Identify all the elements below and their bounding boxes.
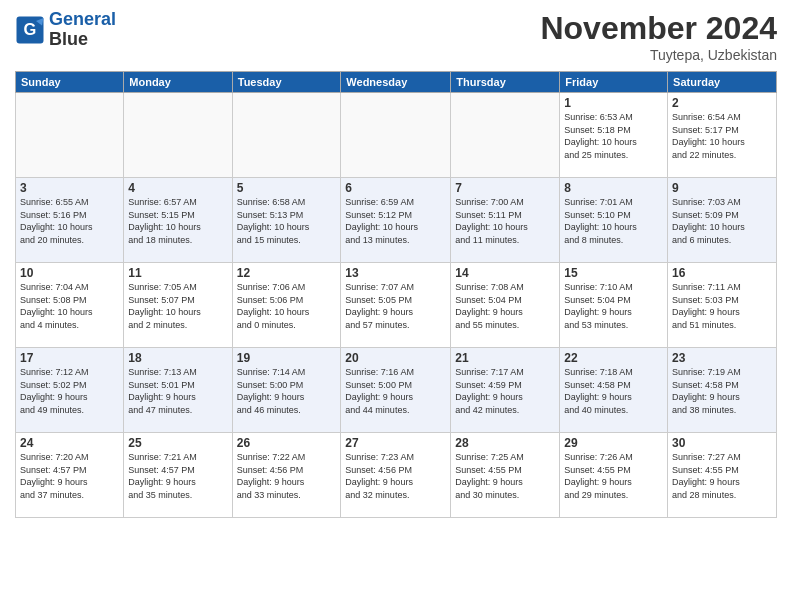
calendar-cell: 10Sunrise: 7:04 AM Sunset: 5:08 PM Dayli… [16,263,124,348]
day-number: 4 [128,181,227,195]
header: G General Blue November 2024 Tuytepa, Uz… [15,10,777,63]
day-info: Sunrise: 7:13 AM Sunset: 5:01 PM Dayligh… [128,366,227,416]
day-info: Sunrise: 7:18 AM Sunset: 4:58 PM Dayligh… [564,366,663,416]
day-info: Sunrise: 7:10 AM Sunset: 5:04 PM Dayligh… [564,281,663,331]
calendar-cell: 15Sunrise: 7:10 AM Sunset: 5:04 PM Dayli… [560,263,668,348]
svg-text:G: G [24,19,37,37]
calendar-table: SundayMondayTuesdayWednesdayThursdayFrid… [15,71,777,518]
day-number: 14 [455,266,555,280]
calendar-week-row: 24Sunrise: 7:20 AM Sunset: 4:57 PM Dayli… [16,433,777,518]
day-info: Sunrise: 7:20 AM Sunset: 4:57 PM Dayligh… [20,451,119,501]
calendar-cell: 30Sunrise: 7:27 AM Sunset: 4:55 PM Dayli… [668,433,777,518]
day-info: Sunrise: 7:21 AM Sunset: 4:57 PM Dayligh… [128,451,227,501]
weekday-header: Thursday [451,72,560,93]
day-info: Sunrise: 6:53 AM Sunset: 5:18 PM Dayligh… [564,111,663,161]
day-number: 20 [345,351,446,365]
page: G General Blue November 2024 Tuytepa, Uz… [0,0,792,612]
calendar-cell: 28Sunrise: 7:25 AM Sunset: 4:55 PM Dayli… [451,433,560,518]
calendar-cell [124,93,232,178]
calendar-cell: 7Sunrise: 7:00 AM Sunset: 5:11 PM Daylig… [451,178,560,263]
day-number: 13 [345,266,446,280]
weekday-header: Monday [124,72,232,93]
location: Tuytepa, Uzbekistan [540,47,777,63]
calendar-cell [232,93,341,178]
day-info: Sunrise: 6:54 AM Sunset: 5:17 PM Dayligh… [672,111,772,161]
day-info: Sunrise: 7:26 AM Sunset: 4:55 PM Dayligh… [564,451,663,501]
day-info: Sunrise: 7:07 AM Sunset: 5:05 PM Dayligh… [345,281,446,331]
logo-text: General Blue [49,10,116,50]
day-number: 25 [128,436,227,450]
calendar-cell: 13Sunrise: 7:07 AM Sunset: 5:05 PM Dayli… [341,263,451,348]
day-number: 12 [237,266,337,280]
calendar-cell: 3Sunrise: 6:55 AM Sunset: 5:16 PM Daylig… [16,178,124,263]
day-info: Sunrise: 7:19 AM Sunset: 4:58 PM Dayligh… [672,366,772,416]
day-number: 15 [564,266,663,280]
calendar-cell: 2Sunrise: 6:54 AM Sunset: 5:17 PM Daylig… [668,93,777,178]
day-number: 11 [128,266,227,280]
day-info: Sunrise: 6:58 AM Sunset: 5:13 PM Dayligh… [237,196,337,246]
calendar-cell: 5Sunrise: 6:58 AM Sunset: 5:13 PM Daylig… [232,178,341,263]
calendar-cell: 19Sunrise: 7:14 AM Sunset: 5:00 PM Dayli… [232,348,341,433]
calendar-cell: 9Sunrise: 7:03 AM Sunset: 5:09 PM Daylig… [668,178,777,263]
title-block: November 2024 Tuytepa, Uzbekistan [540,10,777,63]
day-info: Sunrise: 6:55 AM Sunset: 5:16 PM Dayligh… [20,196,119,246]
day-number: 27 [345,436,446,450]
day-info: Sunrise: 7:00 AM Sunset: 5:11 PM Dayligh… [455,196,555,246]
logo-icon: G [15,15,45,45]
weekday-header: Saturday [668,72,777,93]
day-info: Sunrise: 7:16 AM Sunset: 5:00 PM Dayligh… [345,366,446,416]
calendar-cell: 26Sunrise: 7:22 AM Sunset: 4:56 PM Dayli… [232,433,341,518]
day-number: 16 [672,266,772,280]
day-number: 19 [237,351,337,365]
day-info: Sunrise: 7:27 AM Sunset: 4:55 PM Dayligh… [672,451,772,501]
weekday-header-row: SundayMondayTuesdayWednesdayThursdayFrid… [16,72,777,93]
day-info: Sunrise: 7:17 AM Sunset: 4:59 PM Dayligh… [455,366,555,416]
day-number: 23 [672,351,772,365]
day-info: Sunrise: 7:23 AM Sunset: 4:56 PM Dayligh… [345,451,446,501]
day-number: 21 [455,351,555,365]
calendar-cell: 20Sunrise: 7:16 AM Sunset: 5:00 PM Dayli… [341,348,451,433]
day-number: 1 [564,96,663,110]
calendar-week-row: 1Sunrise: 6:53 AM Sunset: 5:18 PM Daylig… [16,93,777,178]
day-info: Sunrise: 7:06 AM Sunset: 5:06 PM Dayligh… [237,281,337,331]
day-number: 3 [20,181,119,195]
day-info: Sunrise: 7:05 AM Sunset: 5:07 PM Dayligh… [128,281,227,331]
day-number: 30 [672,436,772,450]
day-number: 5 [237,181,337,195]
calendar-cell [16,93,124,178]
day-number: 6 [345,181,446,195]
day-info: Sunrise: 7:03 AM Sunset: 5:09 PM Dayligh… [672,196,772,246]
calendar-cell [451,93,560,178]
day-number: 10 [20,266,119,280]
calendar-cell [341,93,451,178]
day-info: Sunrise: 6:59 AM Sunset: 5:12 PM Dayligh… [345,196,446,246]
day-number: 2 [672,96,772,110]
day-info: Sunrise: 7:11 AM Sunset: 5:03 PM Dayligh… [672,281,772,331]
weekday-header: Wednesday [341,72,451,93]
day-number: 22 [564,351,663,365]
calendar-cell: 27Sunrise: 7:23 AM Sunset: 4:56 PM Dayli… [341,433,451,518]
calendar-cell: 17Sunrise: 7:12 AM Sunset: 5:02 PM Dayli… [16,348,124,433]
calendar-week-row: 17Sunrise: 7:12 AM Sunset: 5:02 PM Dayli… [16,348,777,433]
logo: G General Blue [15,10,116,50]
day-number: 8 [564,181,663,195]
calendar-week-row: 3Sunrise: 6:55 AM Sunset: 5:16 PM Daylig… [16,178,777,263]
calendar-cell: 29Sunrise: 7:26 AM Sunset: 4:55 PM Dayli… [560,433,668,518]
weekday-header: Friday [560,72,668,93]
day-info: Sunrise: 7:01 AM Sunset: 5:10 PM Dayligh… [564,196,663,246]
day-number: 9 [672,181,772,195]
calendar-cell: 22Sunrise: 7:18 AM Sunset: 4:58 PM Dayli… [560,348,668,433]
day-info: Sunrise: 6:57 AM Sunset: 5:15 PM Dayligh… [128,196,227,246]
day-number: 17 [20,351,119,365]
day-number: 29 [564,436,663,450]
calendar-cell: 16Sunrise: 7:11 AM Sunset: 5:03 PM Dayli… [668,263,777,348]
day-info: Sunrise: 7:25 AM Sunset: 4:55 PM Dayligh… [455,451,555,501]
day-info: Sunrise: 7:12 AM Sunset: 5:02 PM Dayligh… [20,366,119,416]
calendar-cell: 12Sunrise: 7:06 AM Sunset: 5:06 PM Dayli… [232,263,341,348]
day-number: 24 [20,436,119,450]
calendar-week-row: 10Sunrise: 7:04 AM Sunset: 5:08 PM Dayli… [16,263,777,348]
calendar-cell: 6Sunrise: 6:59 AM Sunset: 5:12 PM Daylig… [341,178,451,263]
calendar-cell: 25Sunrise: 7:21 AM Sunset: 4:57 PM Dayli… [124,433,232,518]
weekday-header: Sunday [16,72,124,93]
day-info: Sunrise: 7:22 AM Sunset: 4:56 PM Dayligh… [237,451,337,501]
